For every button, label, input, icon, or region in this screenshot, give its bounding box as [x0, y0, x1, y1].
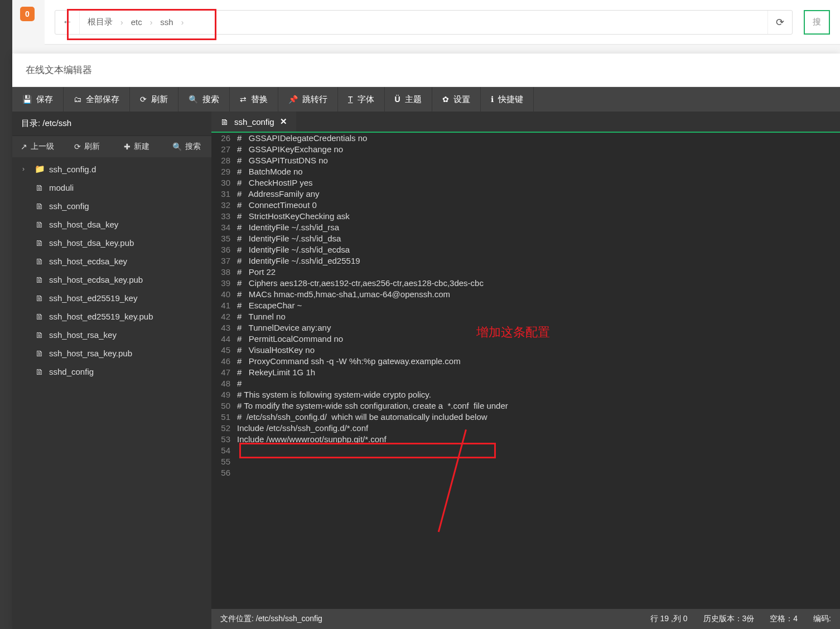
tree-file[interactable]: 🗎ssh_host_ecdsa_key.pub: [12, 270, 211, 289]
search-icon: 🔍: [172, 142, 182, 151]
notification-badge[interactable]: 0: [20, 7, 35, 21]
settings-button[interactable]: ✿设置: [432, 87, 481, 112]
code-line-text[interactable]: # MACs hmac-md5,hmac-sha1,umac-64@openss…: [237, 289, 450, 300]
file-icon: 🗎: [35, 330, 44, 340]
tree-file[interactable]: 🗎moduli: [12, 178, 211, 197]
encoding-status[interactable]: 编码:: [813, 614, 831, 624]
line-number: 48: [211, 378, 237, 389]
tree-file[interactable]: 🗎ssh_host_ed25519_key: [12, 289, 211, 307]
line-number: 52: [211, 423, 237, 434]
breadcrumb-root[interactable]: 根目录: [80, 17, 120, 27]
tree-file[interactable]: 🗎ssh_config: [12, 197, 211, 215]
editor-tab[interactable]: 🗎 ssh_config ✕: [211, 112, 296, 132]
code-line-text[interactable]: # Tunnel no: [237, 311, 286, 322]
code-line-text[interactable]: # AddressFamily any: [237, 188, 320, 200]
line-number: 26: [211, 133, 237, 144]
code-line-text[interactable]: # IdentityFile ~/.ssh/id_rsa: [237, 222, 339, 233]
replace-icon: ⇄: [240, 95, 247, 104]
breadcrumb-item[interactable]: etc: [123, 17, 150, 27]
code-line-text[interactable]: # IdentityFile ~/.ssh/id_ed25519: [237, 255, 360, 267]
tree-item-label: ssh_host_ed25519_key: [49, 293, 137, 303]
shortcut-button[interactable]: ℹ快捷键: [481, 87, 534, 112]
tree-item-label: ssh_host_rsa_key.pub: [49, 349, 132, 358]
theme-button[interactable]: Ü主题: [385, 87, 432, 112]
line-number: 39: [211, 278, 237, 289]
code-line-text[interactable]: # /etc/ssh/ssh_config.d/ which will be a…: [237, 412, 487, 423]
history-status[interactable]: 历史版本：3份: [703, 614, 755, 624]
code-line-text[interactable]: # GSSAPIKeyExchange no: [237, 144, 343, 155]
file-icon: 🗎: [35, 201, 44, 211]
code-line-text[interactable]: # EscapeChar ~: [237, 300, 302, 311]
cursor-position: 行 19 ,列 0: [650, 614, 688, 624]
search-input[interactable]: 搜: [804, 10, 830, 35]
new-button[interactable]: ✚新建: [112, 136, 162, 157]
tree-file[interactable]: 🗎ssh_host_dsa_key: [12, 215, 211, 234]
code-line-text[interactable]: # PermitLocalCommand no: [237, 333, 343, 345]
refresh-button[interactable]: ⟳: [767, 11, 792, 34]
directory-path: 目录: /etc/ssh: [12, 112, 211, 136]
refresh-tree-button[interactable]: ⟳刷新: [62, 136, 112, 157]
code-editor[interactable]: 26# GSSAPIDelegateCredentials no27# GSSA…: [211, 133, 840, 609]
code-line-text[interactable]: # To modify the system-wide ssh configur…: [237, 400, 508, 412]
code-line-text[interactable]: # BatchMode no: [237, 166, 303, 177]
line-number: 51: [211, 412, 237, 423]
close-tab-button[interactable]: ✕: [280, 117, 287, 127]
search-button[interactable]: 🔍搜索: [178, 87, 230, 112]
font-button[interactable]: T字体: [338, 87, 385, 112]
code-line-text[interactable]: Include /etc/ssh/ssh_config.d/*.conf: [237, 423, 368, 434]
line-number: 33: [211, 211, 237, 222]
line-number: 44: [211, 333, 237, 345]
line-number: 56: [211, 467, 237, 478]
search-tree-button[interactable]: 🔍搜索: [162, 136, 211, 157]
file-icon: 🗎: [35, 183, 44, 192]
tree-item-label: ssh_config.d: [49, 164, 96, 174]
refresh-button[interactable]: ⟳刷新: [130, 87, 178, 112]
tree-item-label: ssh_host_rsa_key: [49, 330, 117, 340]
tree-file[interactable]: 🗎ssh_host_dsa_key.pub: [12, 234, 211, 252]
code-line-text[interactable]: # TunnelDevice any:any: [237, 322, 331, 333]
code-line-text[interactable]: # CheckHostIP yes: [237, 177, 313, 188]
tree-file[interactable]: 🗎sshd_config: [12, 362, 211, 381]
file-icon: 🗎: [35, 367, 44, 376]
saveall-button[interactable]: 🗂全部保存: [64, 87, 130, 112]
code-line-text[interactable]: # Ciphers aes128-ctr,aes192-ctr,aes256-c…: [237, 278, 484, 289]
tree-item-label: ssh_host_ed25519_key.pub: [49, 312, 153, 321]
line-number: 41: [211, 300, 237, 311]
save-button[interactable]: 💾保存: [12, 87, 64, 112]
tree-item-label: sshd_config: [49, 367, 94, 376]
tree-file[interactable]: 🗎ssh_host_ecdsa_key: [12, 252, 211, 270]
breadcrumb-item[interactable]: ssh: [152, 17, 181, 27]
line-number: 45: [211, 345, 237, 356]
code-line-text[interactable]: # ProxyCommand ssh -q -W %h:%p gateway.e…: [237, 356, 461, 367]
indent-status[interactable]: 空格：4: [770, 614, 798, 624]
code-line-text[interactable]: # RekeyLimit 1G 1h: [237, 367, 315, 378]
code-line-text[interactable]: #: [237, 378, 242, 389]
code-line-text[interactable]: # This system is following system-wide c…: [237, 389, 431, 400]
code-line-text[interactable]: # StrictHostKeyChecking ask: [237, 211, 350, 222]
file-tree-sidebar: 目录: /etc/ssh ↗上一级 ⟳刷新 ✚新建 🔍搜索 ›📁ssh_conf…: [12, 112, 211, 629]
breadcrumb-back-button[interactable]: ←: [55, 11, 80, 34]
up-level-button[interactable]: ↗上一级: [12, 136, 62, 157]
code-line-text[interactable]: # Port 22: [237, 267, 276, 278]
code-line-text[interactable]: # VisualHostKey no: [237, 345, 315, 356]
code-line-text[interactable]: # GSSAPITrustDNS no: [237, 155, 328, 166]
tree-folder[interactable]: ›📁ssh_config.d: [12, 159, 211, 178]
status-bar: 文件位置: /etc/ssh/ssh_config 行 19 ,列 0 历史版本…: [211, 609, 840, 629]
tree-file[interactable]: 🗎ssh_host_rsa_key.pub: [12, 344, 211, 362]
line-number: 55: [211, 456, 237, 467]
tree-item-label: moduli: [49, 183, 74, 192]
code-line-text[interactable]: # GSSAPIDelegateCredentials no: [237, 133, 367, 144]
tree-file[interactable]: 🗎ssh_host_rsa_key: [12, 326, 211, 344]
code-line-text[interactable]: # IdentityFile ~/.ssh/id_dsa: [237, 233, 341, 244]
code-line-text[interactable]: # ConnectTimeout 0: [237, 200, 317, 211]
jump-button[interactable]: 📌跳转行: [278, 87, 338, 112]
replace-button[interactable]: ⇄替换: [230, 87, 278, 112]
line-number: 35: [211, 233, 237, 244]
code-line-text[interactable]: Include /www/wwwroot/sunphp.git/*.conf: [237, 434, 387, 445]
tree-file[interactable]: 🗎ssh_host_ed25519_key.pub: [12, 307, 211, 326]
line-number: 43: [211, 322, 237, 333]
font-icon: T: [348, 95, 353, 104]
code-line-text[interactable]: # IdentityFile ~/.ssh/id_ecdsa: [237, 244, 350, 255]
refresh-icon: ⟳: [74, 142, 81, 151]
line-number: 40: [211, 289, 237, 300]
